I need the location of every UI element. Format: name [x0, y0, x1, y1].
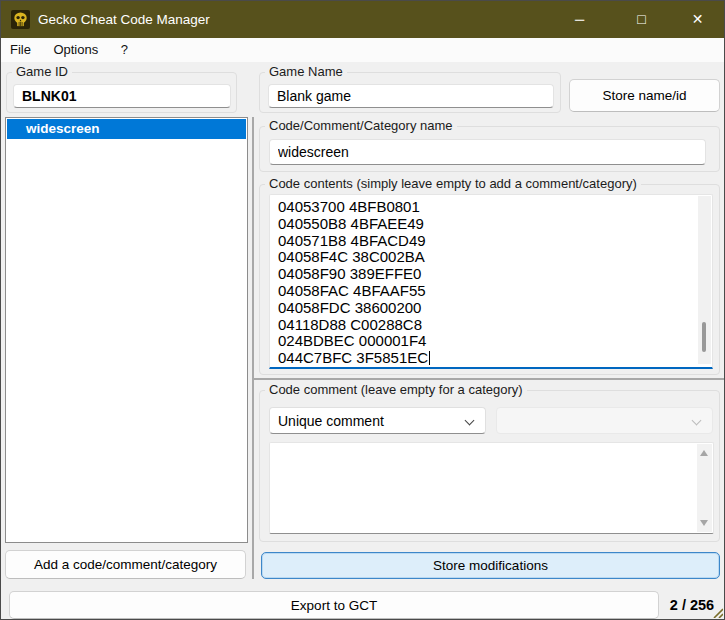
close-icon: ✕	[692, 11, 704, 27]
code-contents-textarea[interactable]: 04053700 4BFB0801 040550B8 4BFAEE49 0405…	[269, 194, 713, 369]
menubar: File Options ?	[1, 38, 724, 62]
comment-scrollbar[interactable]	[697, 444, 712, 532]
menu-file[interactable]: File	[1, 38, 40, 62]
game-name-input[interactable]	[268, 84, 554, 108]
game-name-label: Game Name	[265, 64, 347, 79]
maximize-button[interactable]: □	[619, 1, 664, 38]
add-code-button[interactable]: Add a code/comment/category	[5, 550, 246, 579]
app-skull-icon[interactable]	[11, 10, 30, 29]
resize-grip-icon[interactable]	[710, 605, 723, 618]
app-window: Gecko Cheat Code Manager ─ □ ✕ File Opti…	[0, 0, 725, 620]
chevron-down-icon	[465, 416, 475, 426]
code-comment-group: Code comment (leave empty for a category…	[259, 390, 720, 542]
code-name-group: Code/Comment/Category name	[259, 126, 720, 172]
game-id-input[interactable]	[13, 84, 231, 108]
close-button[interactable]: ✕	[669, 1, 725, 38]
export-gct-button[interactable]: Export to GCT	[9, 591, 659, 619]
chevron-down-icon	[692, 416, 702, 426]
code-name-label: Code/Comment/Category name	[265, 118, 457, 133]
game-name-group: Game Name	[259, 72, 561, 113]
game-id-label: Game ID	[12, 64, 72, 79]
menu-options[interactable]: Options	[44, 38, 107, 62]
code-comment-label: Code comment (leave empty for a category…	[265, 382, 527, 397]
code-name-input[interactable]	[269, 139, 706, 165]
code-contents-text: 04053700 4BFB0801 040550B8 4BFAEE49 0405…	[270, 197, 438, 369]
scroll-up-icon[interactable]	[700, 450, 708, 456]
comment-type-dropdown[interactable]: Unique comment	[269, 407, 486, 434]
comment-textarea[interactable]	[269, 442, 714, 534]
code-contents-group: Code contents (simply leave empty to add…	[259, 184, 720, 375]
code-scrollbar-thumb[interactable]	[702, 322, 706, 352]
code-contents-label: Code contents (simply leave empty to add…	[265, 176, 641, 191]
minimize-button[interactable]: ─	[557, 1, 602, 38]
menu-help[interactable]: ?	[112, 38, 137, 62]
scroll-down-icon[interactable]	[700, 520, 708, 526]
horizontal-splitter[interactable]	[254, 378, 724, 380]
code-scrollbar[interactable]	[698, 196, 711, 364]
store-modifications-button[interactable]: Store modifications	[261, 552, 720, 579]
maximize-icon: □	[637, 11, 645, 27]
window-title: Gecko Cheat Code Manager	[38, 1, 210, 38]
comment-target-dropdown[interactable]	[496, 407, 713, 434]
export-gct-button-label: Export to GCT	[291, 598, 377, 613]
titlebar: Gecko Cheat Code Manager ─ □ ✕	[1, 1, 724, 38]
minimize-icon: ─	[575, 12, 584, 27]
comment-type-value: Unique comment	[278, 413, 384, 429]
game-id-group: Game ID	[6, 72, 237, 113]
store-name-id-button[interactable]: Store name/id	[569, 79, 720, 112]
list-item-widescreen[interactable]: widescreen	[7, 119, 246, 139]
store-name-id-button-label: Store name/id	[602, 88, 686, 103]
vertical-splitter[interactable]	[252, 117, 254, 579]
add-code-button-label: Add a code/comment/category	[34, 557, 217, 572]
store-modifications-button-label: Store modifications	[433, 558, 548, 573]
list-item-label: widescreen	[26, 121, 100, 136]
code-list[interactable]: widescreen	[5, 117, 248, 543]
